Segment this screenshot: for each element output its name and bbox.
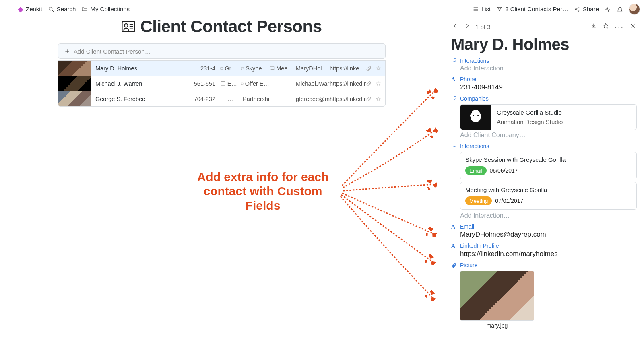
row-interaction: Partnership …: [237, 96, 269, 102]
text-field-icon: A: [451, 76, 457, 82]
field-label-email: Email: [460, 223, 474, 230]
filter-label: 3 Client Contacts Per…: [505, 6, 568, 12]
interaction-title: Meeting with Greyscale Gorilla: [465, 186, 632, 193]
add-company-input[interactable]: Add Client Company…: [460, 132, 637, 139]
phone-value[interactable]: 231-409-8149: [460, 83, 637, 91]
menu-button[interactable]: [4, 6, 12, 12]
row-url: https://linkedin: [330, 80, 366, 87]
row-name: George S. Ferebee: [91, 96, 192, 102]
row-company: …: [215, 96, 237, 102]
table-row[interactable]: George S. Ferebee704-232…Partnership …gf…: [58, 91, 385, 106]
page-title: Client Contact Persons: [140, 17, 322, 36]
search-icon: [48, 6, 54, 12]
svg-point-6: [578, 7, 579, 8]
collections-link[interactable]: My Collections: [81, 6, 130, 12]
company-name: Greyscale Gorilla Studio: [497, 109, 563, 116]
add-interaction-input[interactable]: Add Interaction…: [460, 65, 637, 72]
field-label-interactions2: Interactions: [460, 143, 489, 149]
add-placeholder: Add Client Contact Person…: [74, 48, 151, 55]
svg-line-8: [576, 8, 578, 9]
table-row[interactable]: Michael J. Warren561-651E…Offer E…Michae…: [58, 76, 385, 91]
svg-point-5: [575, 8, 576, 10]
topbar: ◆ Zenkit Search My Collections List 3 Cl…: [0, 0, 644, 19]
interaction-date: 06/06/2017: [490, 167, 518, 174]
row-company: E…: [215, 80, 237, 87]
row-phone: 561-651: [192, 80, 215, 87]
more-button[interactable]: ···: [614, 21, 625, 32]
row-url: https://linke: [330, 65, 366, 72]
linkedin-value[interactable]: https://linkedin.com/maryholmes: [460, 250, 637, 258]
view-switcher[interactable]: List: [473, 6, 491, 12]
svg-rect-19: [221, 97, 225, 101]
share-button[interactable]: Share: [574, 6, 599, 12]
text-field-icon: A: [451, 243, 457, 249]
pager-text: 1 of 3: [475, 23, 491, 30]
user-avatar[interactable]: [629, 4, 640, 15]
attachment-icon: [366, 66, 372, 71]
star-icon[interactable]: [376, 81, 381, 87]
table-row[interactable]: Mary D. Holmes231-4Gr…Skype …Mee…MaryDHo…: [58, 60, 385, 76]
share-icon: [574, 6, 580, 12]
row-url: https://linkedin: [330, 96, 366, 102]
interaction-card[interactable]: Meeting with Greyscale Gorilla Meeting 0…: [460, 182, 637, 210]
app-home[interactable]: ◆ Zenkit: [18, 5, 42, 14]
row-name: Mary D. Holmes: [91, 65, 192, 72]
plus-icon: [64, 48, 70, 54]
annotation-text: Add extra info for each contact with Cus…: [188, 170, 337, 212]
field-label-companies: Companies: [460, 95, 489, 102]
share-label: Share: [583, 6, 599, 12]
picture-thumb[interactable]: [460, 271, 534, 321]
folder-icon: [81, 6, 88, 12]
row-thumb: [58, 91, 91, 107]
svg-rect-17: [221, 67, 223, 70]
collections-label: My Collections: [90, 6, 130, 12]
activity-button[interactable]: [605, 6, 611, 12]
app-name: Zenkit: [26, 6, 42, 12]
row-phone: 704-232: [192, 96, 215, 102]
row-company: Gr…: [215, 65, 237, 72]
chevron-left-icon: [452, 23, 458, 29]
svg-rect-18: [221, 81, 225, 85]
svg-point-11: [125, 24, 128, 27]
row-email: gferebee@m: [293, 96, 330, 102]
row-thumb: [58, 76, 91, 91]
star-icon[interactable]: [376, 96, 381, 102]
filter-button[interactable]: 3 Client Contacts Per…: [496, 6, 568, 12]
notifications-button[interactable]: [617, 6, 623, 12]
svg-point-0: [49, 7, 52, 10]
company-subtitle: Animation Design Studio: [497, 118, 563, 125]
row-interaction: Skype …: [237, 65, 269, 72]
interaction-tag: Meeting: [465, 196, 492, 205]
favorite-button[interactable]: [602, 22, 610, 31]
star-icon[interactable]: [376, 66, 381, 71]
interaction-date: 07/01/2017: [495, 198, 523, 204]
download-button[interactable]: [590, 22, 598, 31]
email-value[interactable]: MaryDHolmes@dayrep.com: [460, 231, 637, 239]
zenkit-logo-icon: ◆: [18, 5, 23, 14]
link-icon: [451, 58, 457, 64]
close-panel-button[interactable]: [629, 22, 637, 31]
prev-item-button[interactable]: [451, 22, 459, 31]
star-icon: [603, 23, 609, 29]
field-label-picture: Picture: [460, 262, 478, 268]
interaction-title: Skype Session with Greyscale Gorilla: [465, 156, 632, 163]
search-button[interactable]: Search: [48, 6, 76, 12]
picture-caption: mary.jpg: [460, 322, 534, 329]
list-icon: [473, 6, 479, 12]
company-card[interactable]: Greyscale Gorilla Studio Animation Desig…: [460, 104, 637, 130]
search-label: Search: [57, 6, 76, 12]
activity-icon: [605, 6, 611, 12]
row-interaction2: Mee…: [269, 65, 293, 72]
row-email: MichaelJWarren: [293, 80, 330, 87]
gorilla-icon: [466, 107, 485, 127]
interaction-card[interactable]: Skype Session with Greyscale Gorilla Ema…: [460, 152, 637, 179]
filter-icon: [496, 6, 503, 12]
add-interaction-input2[interactable]: Add Interaction…: [460, 212, 637, 219]
add-contact-input[interactable]: Add Client Contact Person…: [58, 43, 386, 59]
row-email: MaryDHol: [293, 65, 330, 72]
view-label: List: [481, 6, 491, 12]
next-item-button[interactable]: [463, 22, 471, 31]
detail-title: Mary D. Holmes: [451, 35, 637, 54]
attachment-icon: [451, 262, 457, 268]
field-label-interactions: Interactions: [460, 58, 489, 64]
